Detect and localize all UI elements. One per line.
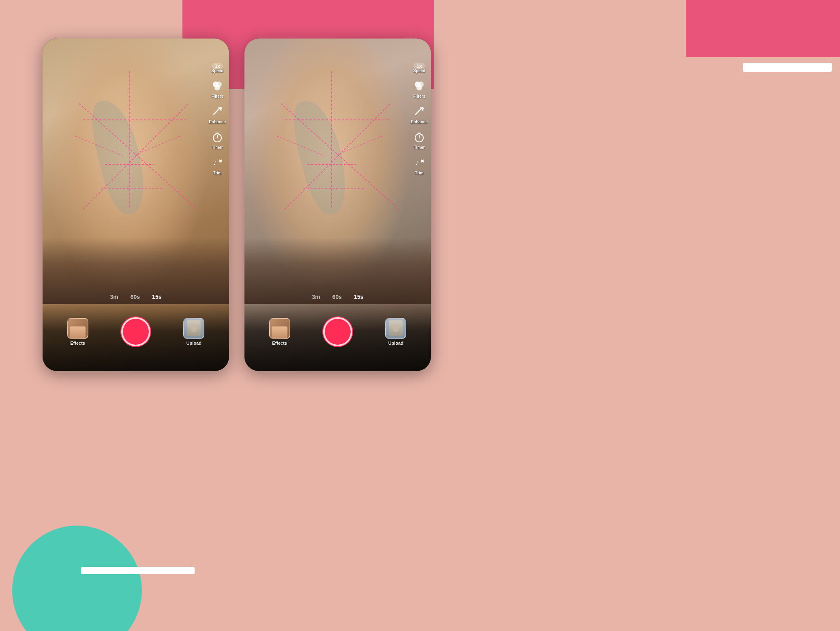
filters-button-left[interactable]: Filters	[210, 79, 225, 99]
effects-thumbnail-left	[67, 318, 88, 339]
trim-button-right[interactable]: ♪ Trim	[412, 155, 426, 175]
bottom-bar-right: Effects Upload	[244, 304, 431, 371]
speed-label-right: Speed	[413, 69, 425, 73]
svg-text:3: 3	[219, 133, 221, 137]
bg-teal-circle	[12, 526, 142, 631]
duration-bar-left: 3m 60s 15s	[43, 294, 229, 300]
enhance-label-right: Enhance	[411, 120, 428, 124]
bg-white-bar-bottom	[81, 567, 195, 574]
svg-text:3: 3	[421, 133, 423, 137]
effects-button-left[interactable]: Effects	[67, 318, 88, 346]
upload-thumbnail-right	[385, 318, 406, 339]
record-button-right[interactable]	[323, 317, 352, 346]
speed-button-left[interactable]: 1x Speed	[211, 63, 223, 73]
timer-icon-left: 3	[210, 130, 225, 144]
duration-60s-left[interactable]: 60s	[131, 294, 140, 300]
effects-label-right: Effects	[272, 341, 287, 346]
duration-15s-left[interactable]: 15s	[152, 294, 161, 300]
upload-label-left: Upload	[186, 341, 201, 346]
svg-point-31	[421, 107, 424, 109]
svg-text:♪: ♪	[213, 159, 217, 167]
bg-white-bar-top	[743, 63, 832, 72]
trim-label-right: Trim	[415, 171, 424, 175]
trim-button-left[interactable]: ♪ Trim	[210, 155, 225, 175]
filters-label-right: Filters	[413, 94, 425, 99]
enhance-button-right[interactable]: Enhance	[411, 104, 428, 124]
upload-button-right[interactable]: Upload	[385, 318, 406, 346]
duration-15s-right[interactable]: 15s	[354, 294, 363, 300]
effects-button-right[interactable]: Effects	[269, 318, 290, 346]
duration-60s-right[interactable]: 60s	[332, 294, 342, 300]
duration-3m-right[interactable]: 3m	[312, 294, 320, 300]
enhance-icon-left	[210, 104, 225, 119]
enhance-icon-right	[412, 104, 426, 119]
filters-label-left: Filters	[211, 94, 223, 99]
toolbar-right: 1x Speed Filters	[411, 63, 428, 175]
phone-left: 1x Speed Filters	[43, 39, 229, 371]
svg-point-10	[214, 85, 220, 90]
phones-wrapper: 1x Speed Filters	[43, 39, 431, 371]
enhance-label-left: Enhance	[209, 120, 226, 124]
trim-label-left: Trim	[213, 171, 222, 175]
trim-icon-right: ♪	[412, 155, 426, 170]
filters-icon-left	[210, 79, 225, 93]
upload-thumbnail-left	[183, 318, 204, 339]
svg-point-11	[219, 107, 222, 109]
filters-button-right[interactable]: Filters	[412, 79, 426, 99]
bg-shape-top-right	[686, 0, 840, 57]
svg-text:♪: ♪	[415, 159, 419, 167]
upload-label-right: Upload	[388, 341, 403, 346]
timer-icon-right: 3	[412, 130, 426, 144]
timer-button-left[interactable]: 3 Timer	[210, 130, 225, 150]
toolbar-left: 1x Speed Filters	[209, 63, 226, 175]
speed-button-right[interactable]: 1x Speed	[413, 63, 425, 73]
timer-button-right[interactable]: 3 Timer	[412, 130, 426, 150]
upload-button-left[interactable]: Upload	[183, 318, 204, 346]
phone-right: 1x Speed Filters	[244, 39, 431, 371]
speed-label-left: Speed	[211, 69, 223, 73]
timer-label-left: Timer	[212, 145, 223, 150]
effects-label-left: Effects	[70, 341, 85, 346]
bottom-bar-left: Effects Upload	[43, 304, 229, 371]
filters-icon-right	[412, 79, 426, 93]
duration-3m-left[interactable]: 3m	[110, 294, 118, 300]
svg-point-30	[416, 85, 422, 90]
record-button-left[interactable]	[121, 317, 150, 346]
enhance-button-left[interactable]: Enhance	[209, 104, 226, 124]
effects-thumbnail-right	[269, 318, 290, 339]
timer-label-right: Timer	[414, 145, 425, 150]
duration-bar-right: 3m 60s 15s	[244, 294, 431, 300]
trim-icon-left: ♪	[210, 155, 225, 170]
